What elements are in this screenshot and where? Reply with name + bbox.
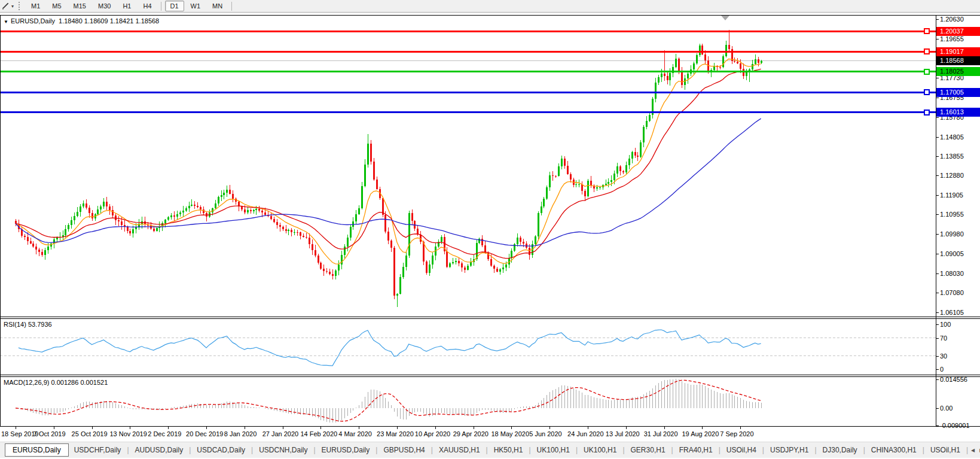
candle-body [185,208,187,211]
candle-body [91,213,93,218]
chart-tab-eurusd-daily-0[interactable]: EURUSD,Daily [5,443,69,457]
price-axis-label: 1.12880 [940,171,964,180]
candle-body [30,241,32,244]
tab-scroll-left-button[interactable]: ◀ [969,448,977,453]
date-axis-tick [54,427,54,429]
macd-signal-line [16,380,761,421]
candle-body [564,159,566,166]
candle-body [667,76,668,80]
candle-body [755,59,756,64]
candle-body [194,205,196,206]
candle-body [127,227,129,231]
candle-body [367,144,369,165]
candle-body [552,175,554,176]
date-axis-label: 13 Jul 2020 [606,430,640,437]
timeframe-button-h4[interactable]: H4 [138,1,157,11]
price-axis-tick [936,214,939,215]
candle-body [561,159,563,167]
price-axis-separator[interactable] [936,15,936,427]
date-axis-label: 10 Apr 2020 [415,430,450,437]
chart-tab-usoil-h4-13[interactable]: USOil,H4 [721,443,762,458]
chart-tab-usdcad-daily-3[interactable]: USDCAD,Daily [191,443,251,458]
price-level-box[interactable]: 1.20037 [936,27,980,36]
candle-body [229,190,231,194]
candle-body [441,237,442,242]
timeframe-button-mn[interactable]: MN [207,1,228,11]
price-level-box[interactable]: 1.16013 [936,108,980,117]
candle-body [250,210,252,211]
price-level-box[interactable]: 1.17005 [936,88,980,97]
candle-body [86,203,87,208]
chevron-down-icon[interactable]: ▾ [11,4,14,9]
chart-tab-usdcnh-daily-4[interactable]: USDCNH,Daily [254,443,313,458]
price-axis-tick [936,312,939,313]
candle-body [740,63,741,69]
chart-tab-xauusd-h1-7[interactable]: XAUUSD,H1 [433,443,486,458]
chart-tab-hk50-h1-8[interactable]: HK50,H1 [489,443,529,458]
date-axis-label: 20 Dec 2019 [186,430,223,437]
macd-axis-tick [936,425,939,426]
candle-body [752,64,753,69]
chart-tab-uk100-h1-9[interactable]: UK100,H1 [532,443,575,458]
candle-body [728,45,730,49]
candle-body [129,231,131,233]
candle-body [355,214,357,221]
toolbar-grip[interactable] [19,2,22,10]
chart-tab-china300-h1-16[interactable]: CHINA300,H1 [866,443,922,458]
candle-body [35,247,37,250]
rsi-axis-label: 30 [940,352,947,360]
candle-body [294,232,295,233]
chart-tab-uk100-h1-10[interactable]: UK100,H1 [578,443,622,458]
chart-ohlc-values: 1.18480 1.18609 1.18421 1.18568 [59,17,159,25]
timeframe-button-m30[interactable]: M30 [93,1,116,11]
chart-tab-ger30-h1-11[interactable]: GER30,H1 [625,443,671,458]
candle-body [555,176,557,177]
chart-tab-fra40-h1-12[interactable]: FRA40,H1 [674,443,718,458]
candle-body [661,74,663,78]
price-axis-label: 1.06105 [940,308,964,317]
candle-body [88,208,90,214]
chart-tab-dj30-daily-15[interactable]: DJ30,Daily [817,443,863,458]
price-level-box[interactable]: 1.19017 [936,47,980,56]
collapse-triangle-icon[interactable]: ▼ [4,19,8,25]
timeframe-button-m5[interactable]: M5 [47,1,66,11]
main-pane-bottom-border[interactable] [0,317,980,317]
candle-body [625,165,627,172]
candle-body [282,227,284,229]
symbol-tab-bar: EURUSD,DailyUSDCHF,Daily|AUDUSD,Daily|US… [0,442,980,458]
tab-scroll-right-button[interactable]: ▶ [977,448,980,453]
chart-canvas[interactable] [0,15,936,427]
candle-body [640,142,642,156]
candle-body [173,215,175,216]
candle-body [643,127,645,142]
candle-body [288,230,289,231]
candle-body [538,213,539,236]
timeframe-button-h1[interactable]: H1 [117,1,136,11]
candle-body [320,263,322,269]
candle-body [432,256,433,265]
chart-tab-audusd-daily-2[interactable]: AUDUSD,Daily [130,443,189,458]
chart-tab-usdchf-daily-1[interactable]: USDCHF,Daily [69,443,127,458]
chart-tab-usdjpy-h1-14[interactable]: USDJPY,H1 [765,443,814,458]
candle-body [607,182,609,184]
timeframe-button-d1[interactable]: D1 [165,1,184,11]
chart-tab-gbpusd-h4-6[interactable]: GBPUSD,H4 [378,443,430,458]
date-axis-tick [397,427,398,429]
candle-body [53,239,55,244]
candle-body [15,221,17,224]
timeframe-button-w1[interactable]: W1 [185,1,206,11]
candle-body [47,247,49,250]
crosshair-tool-button[interactable]: ▾ [0,1,16,11]
candle-body [478,239,480,243]
timeframe-button-m1[interactable]: M1 [26,1,45,11]
timeframe-button-m15[interactable]: M15 [68,1,91,11]
macd-pane-bottom-border [0,426,980,427]
chart-tab-usoil-h1-17[interactable]: USOil,H1 [925,443,966,458]
candle-body [270,216,272,218]
price-level-box[interactable]: 1.18025 [936,67,980,76]
timeframe-toolbar: ▾ M1M5M15M30H1H4D1W1MN [0,0,980,13]
chart-shift-marker-icon[interactable] [721,16,729,20]
rsi-pane-bottom-border[interactable] [0,375,980,375]
candle-body [285,229,287,231]
chart-tab-eurusd-daily-5[interactable]: EURUSD,Daily [316,443,375,458]
